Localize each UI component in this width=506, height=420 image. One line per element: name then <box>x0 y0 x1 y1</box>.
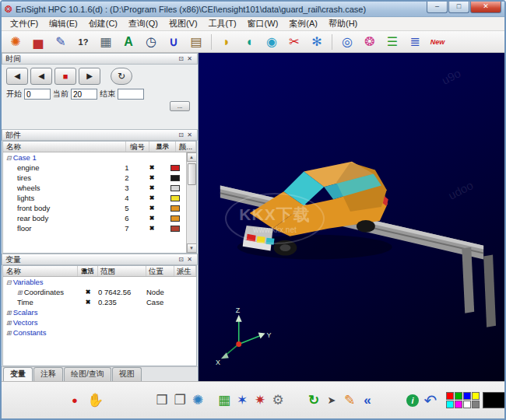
col-color[interactable]: 颜... <box>176 142 196 152</box>
color-swatch[interactable] <box>165 175 185 181</box>
query-label-icon[interactable]: 1? <box>76 37 91 47</box>
palette-color[interactable] <box>446 401 454 408</box>
loop-button[interactable]: ↻ <box>111 68 132 85</box>
tab-annotation[interactable]: 注释 <box>33 367 63 381</box>
col-show[interactable]: 显示 <box>149 142 176 152</box>
clock-icon[interactable]: ◷ <box>143 34 159 49</box>
palette-color[interactable] <box>463 401 471 408</box>
table-row[interactable]: tires 2 ✖ <box>3 173 185 183</box>
bar-chart-icon[interactable]: ▅ <box>30 34 46 49</box>
palette-color[interactable] <box>446 392 454 400</box>
close-panel-icon[interactable]: ✕ <box>185 131 194 138</box>
color-swatch[interactable] <box>165 185 185 191</box>
contour-drop-icon[interactable]: ◗ <box>219 35 234 49</box>
menu-file[interactable]: 文件(F) <box>5 17 44 30</box>
record-button[interactable]: ● <box>67 394 83 406</box>
scroll-up-icon[interactable]: ▲ <box>187 152 197 162</box>
info-icon[interactable]: i <box>406 394 419 407</box>
menu-tools[interactable]: 工具(T) <box>203 17 242 30</box>
magnet-icon[interactable]: ∪ <box>166 34 181 49</box>
menu-case[interactable]: 案例(A) <box>283 17 323 30</box>
calculator-icon[interactable]: ▦ <box>98 34 114 49</box>
group-row[interactable]: ⊞Vectors <box>3 317 196 327</box>
collapse-icon[interactable]: ⊟ <box>6 155 12 162</box>
table-row[interactable]: Time ✖ 0.235 Case <box>3 297 196 307</box>
tab-plot-query[interactable]: 绘图/查询 <box>64 367 111 381</box>
close-button[interactable]: ✕ <box>470 2 501 13</box>
table-row[interactable]: rear body 6 ✖ <box>3 213 185 223</box>
eye-icon[interactable]: ◎ <box>339 34 355 49</box>
table-row[interactable]: front body 5 ✖ <box>3 203 185 213</box>
table-row[interactable]: lights 4 ✖ <box>3 193 185 203</box>
menu-help[interactable]: 帮助(H) <box>323 17 363 30</box>
visibility-checkbox[interactable]: ✖ <box>139 163 165 173</box>
color-swatch[interactable] <box>165 215 185 222</box>
pointer-query-icon[interactable]: ➤ <box>324 394 339 406</box>
expand-icon[interactable]: ⊞ <box>17 289 23 296</box>
table-row[interactable]: ⊞Coordinates ✖ 0 7642.56 Node <box>3 287 196 297</box>
palette-color[interactable] <box>472 401 480 408</box>
fan-part-icon[interactable]: ✺ <box>190 392 206 408</box>
menu-view[interactable]: 视图(V) <box>163 17 203 30</box>
minimize-button[interactable]: – <box>427 2 448 13</box>
play-forward-button[interactable]: ▶ <box>79 68 100 85</box>
menu-create[interactable]: 创建(C) <box>83 17 123 30</box>
palette-color[interactable] <box>455 392 462 400</box>
group-row[interactable]: ⊞Scalars <box>3 307 196 317</box>
expand-icon[interactable]: ⊞ <box>6 310 12 317</box>
current-time-input[interactable] <box>71 89 97 100</box>
active-checkbox[interactable]: ✖ <box>78 297 98 307</box>
grid-tool-icon[interactable]: ▦ <box>216 392 232 408</box>
3d-scene[interactable]: Z Y X <box>199 53 504 381</box>
visibility-checkbox[interactable]: ✖ <box>139 173 165 183</box>
col-name[interactable]: 名称 <box>3 266 78 276</box>
wire-cube-icon[interactable]: ❒ <box>154 392 170 408</box>
col-active[interactable]: 激活 <box>78 266 98 276</box>
table-row[interactable]: engine 1 ✖ <box>3 163 185 173</box>
stack-icon[interactable]: ≣ <box>407 34 423 49</box>
color-swatch[interactable] <box>165 165 185 171</box>
visibility-checkbox[interactable]: ✖ <box>139 223 165 233</box>
undo-rotate-icon[interactable]: ↶ <box>423 391 438 410</box>
case-row[interactable]: ⊟Case 1 <box>3 152 185 163</box>
close-panel-icon[interactable]: ✕ <box>185 55 194 62</box>
play-reverse-button[interactable]: ◀ <box>30 68 52 85</box>
pinwheel-icon[interactable]: ✺ <box>8 34 23 49</box>
tab-variables[interactable]: 变量 <box>3 367 33 381</box>
menu-edit[interactable]: 编辑(E) <box>44 17 83 30</box>
color-swatch[interactable] <box>165 195 185 201</box>
layers-icon[interactable]: ☰ <box>385 34 400 49</box>
parts-panel-header[interactable]: 部件 ⊡ ✕ <box>2 129 198 141</box>
col-number[interactable]: 编号 <box>126 142 149 152</box>
vector-glyph-icon[interactable]: ✻ <box>309 34 325 49</box>
tools-icon[interactable]: ⚙ <box>270 392 286 408</box>
text-tool-icon[interactable]: A <box>121 35 136 49</box>
visibility-checkbox[interactable]: ✖ <box>139 213 165 223</box>
scrollbar-thumb[interactable] <box>188 163 196 185</box>
axis-star-red-icon[interactable]: ✷ <box>252 392 268 408</box>
variables-panel-header[interactable]: 变量 ⊡ ✕ <box>2 254 198 265</box>
visibility-checkbox[interactable]: ✖ <box>139 183 165 193</box>
float-panel-icon[interactable]: ⊡ <box>177 55 185 62</box>
col-name[interactable]: 名称 <box>3 142 126 152</box>
plot-pencil-icon[interactable]: ✎ <box>53 34 69 49</box>
group-row[interactable]: ⊞Constants <box>3 327 196 338</box>
menu-window[interactable]: 窗口(W) <box>242 17 284 30</box>
guardrail-posts[interactable] <box>462 247 496 327</box>
palette-color[interactable] <box>455 401 462 408</box>
parts-scrollbar[interactable]: ▲ ▼ <box>186 152 196 253</box>
start-time-input[interactable] <box>24 89 51 100</box>
clip-scissors-icon[interactable]: ✂ <box>286 34 302 49</box>
hand-pick-icon[interactable]: ✋ <box>87 392 103 408</box>
color-wheel-icon[interactable]: ❂ <box>362 34 378 49</box>
axis-star-blue-icon[interactable]: ✶ <box>234 392 250 408</box>
expand-icon[interactable]: ⊞ <box>6 320 12 327</box>
col-location[interactable]: 位置 <box>146 266 174 276</box>
rewind-arrows-icon[interactable]: « <box>360 393 375 408</box>
current-color-swatch[interactable] <box>483 392 504 408</box>
float-panel-icon[interactable]: ⊡ <box>177 256 185 263</box>
marker-edit-icon[interactable]: ✎ <box>342 392 357 408</box>
scroll-down-icon[interactable]: ▼ <box>187 243 197 253</box>
refresh-icon[interactable]: ↻ <box>306 392 322 408</box>
col-range[interactable]: 范围 <box>98 266 146 276</box>
